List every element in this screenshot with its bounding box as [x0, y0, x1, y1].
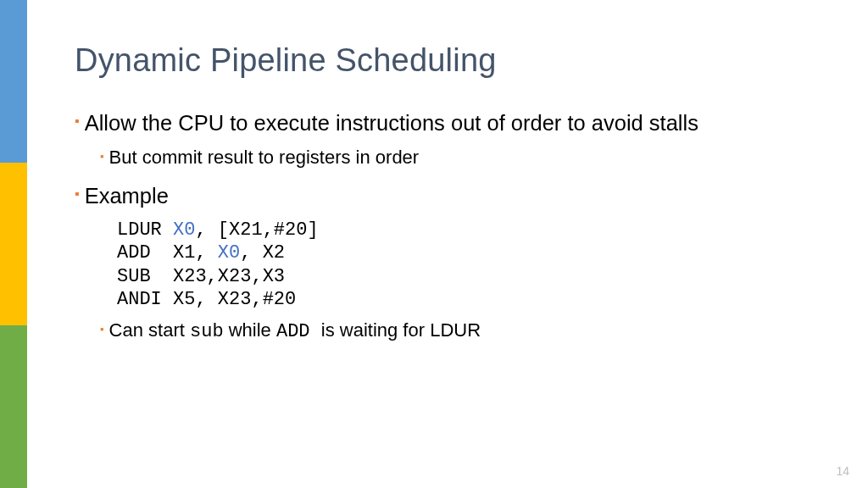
slide-content: Dynamic Pipeline Scheduling ▪ Allow the … — [27, 0, 868, 488]
bullet-text: Example — [85, 182, 169, 210]
color-sidebar — [0, 0, 27, 488]
bullet-text: Can start sub while ADD is waiting for L… — [109, 319, 481, 345]
stripe-blue — [0, 0, 27, 163]
stripe-green — [0, 325, 27, 488]
code-example: LDUR X0, [X21,#20] ADD X1, X0, X2 SUB X2… — [117, 219, 821, 312]
bullet-marker-icon: ▪ — [75, 114, 80, 128]
highlighted-register: X0 — [173, 219, 195, 241]
code-line-1: LDUR X0, [X21,#20] — [117, 219, 319, 241]
bullet-marker-icon: ▪ — [100, 324, 104, 335]
bullet-marker-icon: ▪ — [100, 151, 104, 162]
code-line-3: SUB X23,X23,X3 — [117, 266, 285, 287]
bullet-marker-icon: ▪ — [75, 187, 80, 201]
page-number: 14 — [836, 464, 849, 478]
stripe-yellow — [0, 163, 27, 325]
bullet-item: ▪ Allow the CPU to execute instructions … — [75, 109, 821, 137]
bullet-text: Allow the CPU to execute instructions ou… — [85, 109, 698, 137]
bullet-text: But commit result to registers in order — [109, 146, 420, 170]
bullet-item: ▪ Can start sub while ADD is waiting for… — [100, 319, 821, 345]
bullet-item: ▪ Example — [75, 182, 821, 210]
code-line-2: ADD X1, X0, X2 — [117, 242, 285, 263]
bullet-item: ▪ But commit result to registers in orde… — [100, 146, 821, 170]
code-line-4: ANDI X5, X23,#20 — [117, 289, 296, 310]
highlighted-register: X0 — [218, 242, 240, 263]
slide-title: Dynamic Pipeline Scheduling — [75, 42, 821, 79]
